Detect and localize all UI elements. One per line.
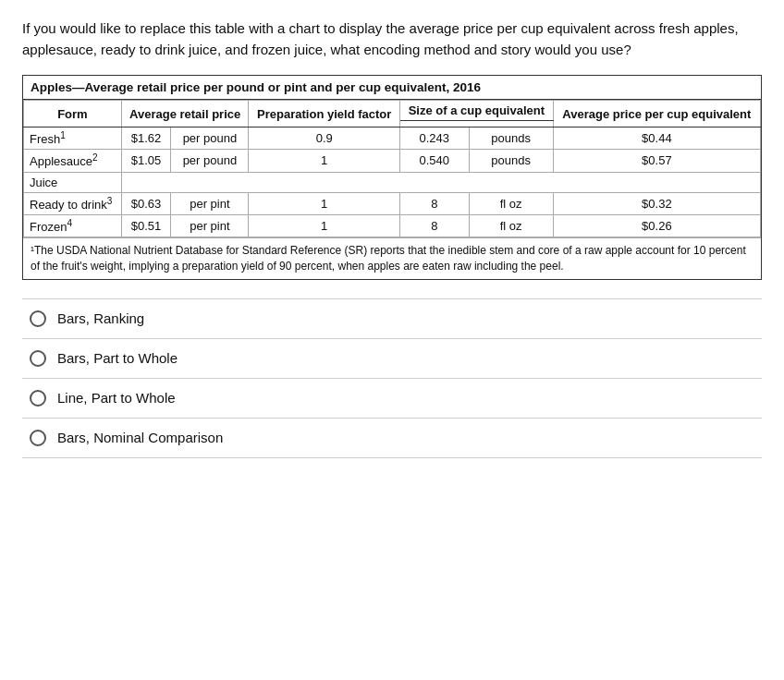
cell-size-value: 8: [399, 214, 469, 237]
col-header-size: Size of a cup equivalent: [399, 101, 553, 121]
cell-prep-yield: 1: [249, 192, 400, 214]
col-header-form: Form: [24, 101, 122, 128]
table-title: Apples—Average retail price per pound or…: [23, 76, 761, 100]
option-label-opt3: Line, Part to Whole: [57, 390, 176, 406]
option-opt1[interactable]: Bars, Ranking: [22, 298, 762, 339]
cell-avg-price: $0.26: [553, 214, 760, 237]
option-opt3[interactable]: Line, Part to Whole: [22, 379, 762, 419]
cell-price-unit: per pound: [171, 150, 249, 172]
cell-prep-yield: 1: [249, 150, 400, 172]
cell-form: Juice: [24, 172, 122, 192]
table-row: Fresh1 $1.62 per pound 0.9 0.243 pounds …: [24, 128, 761, 150]
option-label-opt4: Bars, Nominal Comparison: [57, 430, 223, 445]
question-text: If you would like to replace this table …: [22, 18, 762, 60]
cell-avg-price: $0.44: [553, 128, 760, 150]
cell-size-value: 0.540: [399, 150, 469, 172]
cell-form: Applesauce2: [24, 150, 122, 172]
cell-prep-yield: 1: [249, 214, 400, 237]
option-label-opt2: Bars, Part to Whole: [57, 350, 178, 366]
cell-form: Frozen4: [24, 214, 122, 237]
radio-opt4[interactable]: [30, 430, 46, 446]
cell-price: $1.62: [121, 128, 171, 150]
cell-avg-price: $0.57: [553, 150, 760, 172]
radio-opt2[interactable]: [30, 350, 46, 367]
cell-empty: [121, 172, 760, 192]
col-header-avg-retail: Average retail price: [121, 101, 249, 128]
option-opt2[interactable]: Bars, Part to Whole: [22, 339, 762, 379]
cell-price: $1.05: [121, 150, 171, 172]
table-row: Ready to drink3 $0.63 per pint 1 8 fl oz…: [24, 192, 761, 214]
cell-price-unit: per pound: [171, 128, 249, 150]
radio-opt3[interactable]: [30, 390, 46, 407]
col-header-prep-yield: Preparation yield factor: [249, 101, 400, 128]
cell-price-unit: per pint: [171, 192, 249, 214]
cell-size-unit: fl oz: [469, 192, 553, 214]
cell-prep-yield: 0.9: [249, 128, 400, 150]
data-table: Apples—Average retail price per pound or…: [22, 75, 762, 280]
table-row: Juice: [24, 172, 761, 192]
cell-price-unit: per pint: [171, 214, 249, 237]
col-header-size-sub: [399, 121, 553, 128]
table-footnote: ¹The USDA National Nutrient Database for…: [23, 237, 761, 279]
radio-opt1[interactable]: [30, 310, 46, 327]
cell-size-unit: pounds: [469, 128, 553, 150]
cell-size-unit: pounds: [469, 150, 553, 172]
option-opt4[interactable]: Bars, Nominal Comparison: [22, 419, 762, 458]
cell-price: $0.63: [121, 192, 171, 214]
cell-avg-price: $0.32: [553, 192, 760, 214]
cell-form: Ready to drink3: [24, 192, 122, 214]
cell-size-unit: fl oz: [469, 214, 553, 237]
answer-options: Bars, Ranking Bars, Part to Whole Line, …: [22, 298, 762, 458]
table-row: Frozen4 $0.51 per pint 1 8 fl oz $0.26: [24, 214, 761, 237]
col-header-avg-price-cup: Average price per cup equivalent: [553, 101, 760, 128]
cell-size-value: 8: [399, 192, 469, 214]
cell-size-value: 0.243: [399, 128, 469, 150]
option-label-opt1: Bars, Ranking: [57, 310, 144, 326]
table-row: Applesauce2 $1.05 per pound 1 0.540 poun…: [24, 150, 761, 172]
cell-price: $0.51: [121, 214, 171, 237]
cell-form: Fresh1: [24, 128, 122, 150]
